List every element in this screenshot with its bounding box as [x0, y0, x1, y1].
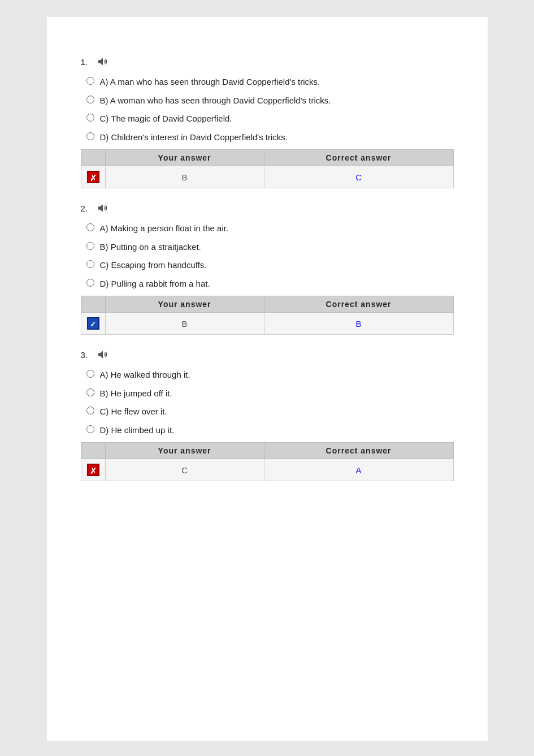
radio-1-1[interactable] — [86, 77, 94, 85]
question-number-1: 1. — [81, 57, 93, 67]
option-text-2-1: A) Making a person float in the air. — [100, 222, 229, 235]
your-answer-header: Your answer — [105, 150, 264, 166]
correct-answer-header: Correct answer — [264, 443, 453, 459]
page: 1. A) A man who has seen through David C… — [47, 17, 488, 741]
option-text-1-4: D) Children's interest in David Copperfi… — [100, 131, 288, 144]
radio-3-3[interactable] — [86, 407, 94, 414]
option-text-2-4: D) Pulling a rabbit from a hat. — [100, 278, 210, 291]
your-answer-header: Your answer — [105, 443, 264, 459]
your-answer-value-3: C — [105, 459, 264, 481]
option-text-3-3: C) He flew over it. — [100, 405, 167, 418]
option-row-1-4: D) Children's interest in David Copperfi… — [86, 131, 454, 144]
answer-table-3: Your answerCorrect answer✗CA — [81, 442, 454, 481]
correct-answer-value-2: B — [264, 313, 453, 335]
result-icon-2: ✓ — [81, 313, 105, 335]
radio-3-4[interactable] — [86, 425, 94, 433]
option-row-1-2: B) A woman who has seen through David Co… — [86, 94, 454, 107]
radio-1-4[interactable] — [86, 132, 94, 140]
question-header-1: 1. — [81, 55, 454, 68]
your-answer-value-2: B — [105, 313, 264, 335]
radio-3-1[interactable] — [86, 370, 94, 378]
speaker-icon[interactable] — [97, 55, 109, 68]
radio-2-4[interactable] — [86, 279, 94, 287]
radio-3-2[interactable] — [86, 388, 94, 396]
answer-table-icon-header — [81, 150, 105, 166]
radio-2-2[interactable] — [86, 242, 94, 250]
option-row-1-3: C) The magic of David Copperfield. — [86, 113, 454, 126]
wrong-icon: ✗ — [87, 171, 99, 183]
question-header-2: 2. — [81, 202, 454, 214]
option-text-1-1: A) A man who has seen through David Copp… — [100, 76, 320, 89]
option-text-1-3: C) The magic of David Copperfield. — [100, 113, 232, 126]
question-number-3: 3. — [81, 350, 93, 360]
result-icon-1: ✗ — [81, 166, 105, 188]
wrong-icon: ✗ — [87, 464, 99, 476]
option-text-3-2: B) He jumped off it. — [100, 387, 172, 400]
option-text-2-3: C) Escaping from handcuffs. — [100, 259, 207, 272]
option-row-2-2: B) Putting on a straitjacket. — [86, 241, 454, 254]
svg-marker-1 — [98, 205, 102, 212]
radio-2-1[interactable] — [86, 223, 94, 231]
option-row-2-4: D) Pulling a rabbit from a hat. — [86, 278, 454, 291]
your-answer-value-1: B — [105, 166, 264, 188]
correct-answer-value-3: A — [264, 459, 453, 481]
option-row-3-4: D) He climbed up it. — [86, 424, 454, 437]
correct-answer-value-1: C — [264, 166, 453, 188]
question-number-2: 2. — [81, 204, 93, 213]
speaker-icon[interactable] — [97, 202, 109, 214]
option-text-1-2: B) A woman who has seen through David Co… — [100, 94, 331, 107]
radio-1-2[interactable] — [86, 96, 94, 103]
option-row-2-3: C) Escaping from handcuffs. — [86, 259, 454, 272]
correct-answer-header: Correct answer — [264, 296, 453, 313]
question-block-1: 1. A) A man who has seen through David C… — [81, 55, 454, 188]
questions-container: 1. A) A man who has seen through David C… — [81, 55, 454, 481]
correct-answer-header: Correct answer — [264, 150, 453, 166]
option-row-3-2: B) He jumped off it. — [86, 387, 454, 400]
radio-2-3[interactable] — [86, 260, 94, 268]
svg-marker-0 — [98, 58, 102, 66]
option-text-3-4: D) He climbed up it. — [100, 424, 175, 437]
radio-1-3[interactable] — [86, 114, 94, 122]
option-text-3-1: A) He walked through it. — [100, 369, 190, 382]
question-block-3: 3. A) He walked through it.B) He jumped … — [81, 348, 454, 481]
correct-icon: ✓ — [87, 317, 99, 330]
your-answer-header: Your answer — [105, 296, 264, 313]
speaker-icon[interactable] — [97, 348, 109, 361]
answer-table-icon-header — [81, 443, 105, 459]
option-row-3-1: A) He walked through it. — [86, 369, 454, 382]
question-block-2: 2. A) Making a person float in the air.B… — [81, 202, 454, 335]
question-header-3: 3. — [81, 348, 454, 361]
option-row-3-3: C) He flew over it. — [86, 405, 454, 418]
result-icon-3: ✗ — [81, 459, 105, 481]
answer-table-1: Your answerCorrect answer✗BC — [81, 149, 454, 188]
answer-table-2: Your answerCorrect answer✓BB — [81, 296, 454, 335]
option-row-1-1: A) A man who has seen through David Copp… — [86, 76, 454, 89]
answer-table-icon-header — [81, 296, 105, 313]
option-text-2-2: B) Putting on a straitjacket. — [100, 241, 201, 254]
svg-marker-2 — [98, 351, 102, 358]
option-row-2-1: A) Making a person float in the air. — [86, 222, 454, 235]
